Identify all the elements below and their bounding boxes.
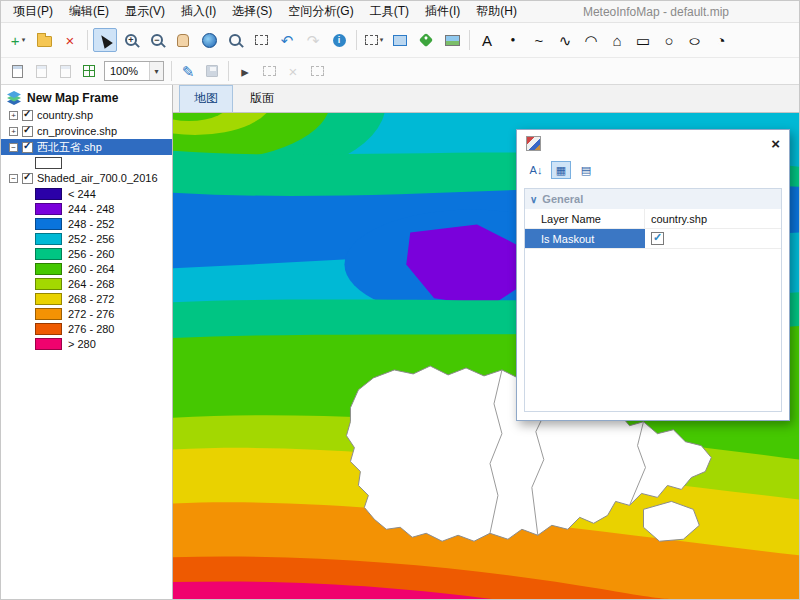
menu-item[interactable]: 显示(V) xyxy=(117,0,173,23)
layer-checkbox[interactable] xyxy=(22,173,33,184)
insert-image-button[interactable] xyxy=(440,28,464,52)
legend-class-row[interactable]: 244 - 248 xyxy=(1,201,172,216)
tab-map[interactable]: 地图 xyxy=(179,85,233,112)
text-tool-button-icon: A xyxy=(482,33,492,48)
layer-cn-province[interactable]: +cn_province.shp xyxy=(1,123,172,139)
label-button[interactable] xyxy=(414,28,438,52)
map-grid-button[interactable] xyxy=(78,60,100,82)
text-tool-button[interactable]: A xyxy=(475,28,499,52)
menu-item[interactable]: 插入(I) xyxy=(173,0,224,23)
menu-item[interactable]: 选择(S) xyxy=(224,0,280,23)
map-frame-item[interactable]: New Map Frame xyxy=(1,89,172,107)
section-label: General xyxy=(542,193,583,205)
identify-button[interactable] xyxy=(327,28,351,52)
map-grid-button-icon xyxy=(83,65,95,77)
new-layout-button[interactable] xyxy=(6,60,28,82)
pan-tool-button[interactable] xyxy=(171,28,195,52)
arc-tool-button[interactable]: ◠ xyxy=(579,28,603,52)
start-edit-button[interactable]: ▸ xyxy=(234,60,256,82)
zoom-to-layer-button[interactable] xyxy=(223,28,247,52)
reshape-feature-button[interactable] xyxy=(306,60,328,82)
menu-item[interactable]: 编辑(E) xyxy=(61,0,117,23)
save-layout-button[interactable] xyxy=(54,60,76,82)
property-row[interactable]: Layer Namecountry.shp xyxy=(525,209,781,229)
layer-checkbox[interactable] xyxy=(22,126,33,137)
select-tool-button-icon xyxy=(97,32,113,48)
dropdown-arrow-icon: ▾ xyxy=(22,36,26,44)
toolbar-separator xyxy=(228,61,229,81)
select-feature-button[interactable]: ▾ xyxy=(362,28,386,52)
menu-item[interactable]: 帮助(H) xyxy=(468,0,525,23)
legend-class-row[interactable]: 256 - 260 xyxy=(1,246,172,261)
circle-tool-button[interactable]: ○ xyxy=(657,28,681,52)
menu-item[interactable]: 空间分析(G) xyxy=(280,0,361,23)
zoom-out-button[interactable] xyxy=(145,28,169,52)
sector-tool-button[interactable]: ◔ xyxy=(709,28,733,52)
edit-vertices-button[interactable]: ✎ xyxy=(177,60,199,82)
curve-tool-button[interactable]: ∿ xyxy=(553,28,577,52)
menu-item[interactable]: 项目(P) xyxy=(5,0,61,23)
legend-class-row[interactable]: > 280 xyxy=(1,336,172,351)
layer-country[interactable]: +country.shp xyxy=(1,107,172,123)
legend-swatch-row[interactable] xyxy=(1,155,172,170)
class-swatch xyxy=(35,263,62,275)
open-layout-button[interactable] xyxy=(30,60,52,82)
property-rows: Layer Namecountry.shpIs Maskout xyxy=(525,209,781,249)
ellipse-tool-button[interactable]: ○ xyxy=(683,28,707,52)
layer-checkbox[interactable] xyxy=(22,142,33,153)
property-row[interactable]: Is Maskout xyxy=(525,229,781,249)
zoom-in-button[interactable] xyxy=(119,28,143,52)
legend-class-row[interactable]: < 244 xyxy=(1,186,172,201)
remove-layer-button[interactable]: × xyxy=(58,28,82,52)
tab-layout[interactable]: 版面 xyxy=(235,85,289,112)
delete-feature-button[interactable]: × xyxy=(282,60,304,82)
list-view-button[interactable]: ▤ xyxy=(576,161,596,179)
menu-item[interactable]: 插件(I) xyxy=(417,0,468,23)
legend-class-row[interactable]: 248 - 252 xyxy=(1,216,172,231)
legend-class-row[interactable]: 268 - 272 xyxy=(1,291,172,306)
legend-class-row[interactable]: 264 - 268 xyxy=(1,276,172,291)
layer-xibei[interactable]: −西北五省.shp xyxy=(1,139,172,155)
legend-class-row[interactable]: 260 - 264 xyxy=(1,261,172,276)
dialog-close-button[interactable]: × xyxy=(771,136,780,151)
dialog-toolbar: A↓▦▤ xyxy=(517,156,789,184)
expand-toggle[interactable]: − xyxy=(9,174,18,183)
save-edits-button[interactable] xyxy=(201,60,223,82)
undo-button[interactable]: ↶ xyxy=(275,28,299,52)
maskout-checkbox[interactable] xyxy=(651,232,664,245)
full-extent-button[interactable] xyxy=(197,28,221,52)
doc-tabs: 地图版面 xyxy=(173,85,799,113)
zoom-rectangle-button[interactable] xyxy=(249,28,273,52)
sort-button[interactable]: A↓ xyxy=(526,161,546,179)
expand-toggle[interactable]: − xyxy=(9,143,18,152)
add-layer-button[interactable]: +▾ xyxy=(6,28,30,52)
redo-button[interactable]: ↷ xyxy=(301,28,325,52)
legend-class-row[interactable]: 276 - 280 xyxy=(1,321,172,336)
legend-class-row[interactable]: 272 - 276 xyxy=(1,306,172,321)
select-feature-button-icon xyxy=(365,35,378,45)
layer-shaded-air[interactable]: −Shaded_air_700.0_2016 xyxy=(1,170,172,186)
open-file-button[interactable] xyxy=(32,28,56,52)
polyline-tool-button[interactable]: ~ xyxy=(527,28,551,52)
toolbar-separator xyxy=(171,61,172,81)
sector-tool-button-icon: ◔ xyxy=(716,33,725,48)
reshape-feature-button-icon xyxy=(311,66,324,76)
point-tool-button[interactable]: ● xyxy=(501,28,525,52)
layer-checkbox[interactable] xyxy=(22,110,33,121)
add-feature-button[interactable] xyxy=(258,60,280,82)
rectangle-tool-button[interactable]: ▭ xyxy=(631,28,655,52)
expand-toggle[interactable]: + xyxy=(9,111,18,120)
toolbar-separator xyxy=(469,30,470,50)
expand-toggle[interactable]: + xyxy=(9,127,18,136)
map-canvas[interactable]: × A↓▦▤ ∨ General Layer Namecountry.shpIs… xyxy=(173,113,799,599)
polygon-tool-button[interactable]: ⌂ xyxy=(605,28,629,52)
attribute-table-button[interactable] xyxy=(388,28,412,52)
legend-class-row[interactable]: 252 - 256 xyxy=(1,231,172,246)
menu-item[interactable]: 工具(T) xyxy=(362,0,417,23)
point-tool-button-icon: ● xyxy=(511,36,516,44)
zoom-level-combo[interactable]: 100%▾ xyxy=(104,61,164,81)
dialog-title-bar[interactable]: × xyxy=(517,130,789,156)
categorized-view-button[interactable]: ▦ xyxy=(551,161,571,179)
select-tool-button[interactable] xyxy=(93,28,117,52)
section-header-general[interactable]: ∨ General xyxy=(525,189,781,209)
